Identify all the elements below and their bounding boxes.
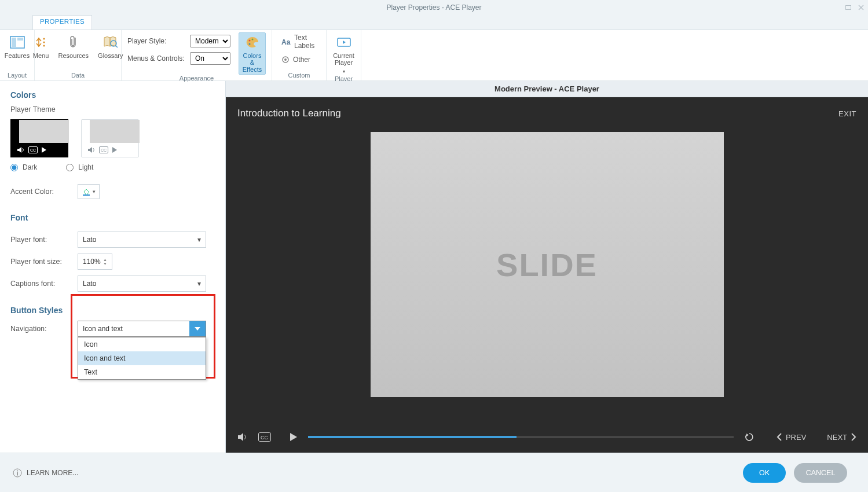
info-icon	[13, 468, 22, 478]
seekbar[interactable]	[308, 436, 734, 438]
cc-icon: CC	[99, 146, 108, 153]
font-heading: Font	[10, 213, 215, 222]
learn-more-link[interactable]: LEARN MORE...	[13, 468, 78, 478]
cc-icon: CC	[28, 146, 38, 153]
preview-title: Introduction to Learning	[237, 108, 341, 119]
cancel-button[interactable]: CANCEL	[794, 463, 847, 483]
glossary-button[interactable]: Glossary	[96, 32, 125, 59]
svg-text:CC: CC	[30, 148, 36, 152]
svg-point-33	[17, 470, 18, 471]
window-title: Player Properties - ACE Player	[386, 3, 481, 12]
cc-icon[interactable]: CC	[258, 432, 271, 442]
navigation-select[interactable]: Icon and text	[78, 321, 206, 337]
text-labels-button[interactable]: Aa Text Labels	[278, 32, 320, 51]
player-font-size-label: Player font size:	[10, 258, 78, 266]
svg-rect-3	[17, 38, 23, 41]
player-theme-label: Player Theme	[10, 105, 215, 113]
tab-row: PROPERTIES	[0, 15, 868, 30]
close-icon[interactable]	[858, 4, 865, 11]
chevron-down-icon: ▾	[93, 189, 96, 194]
prev-button[interactable]: PREV	[777, 433, 806, 442]
svg-marker-24	[112, 147, 117, 153]
maximize-icon[interactable]	[845, 4, 852, 11]
slide-placeholder: SLIDE	[371, 132, 724, 397]
nav-option-icon-text[interactable]: Icon and text	[78, 351, 206, 365]
replay-icon[interactable]	[744, 432, 755, 442]
volume-icon	[17, 146, 25, 153]
accent-color-button[interactable]: ▾	[78, 184, 100, 199]
svg-marker-26	[195, 327, 200, 331]
current-player-button[interactable]: Current Player ▾	[331, 32, 357, 75]
player-style-select[interactable]: Modern	[190, 35, 230, 47]
svg-point-11	[251, 39, 253, 41]
theme-dark-thumbnail[interactable]: CC	[10, 119, 68, 157]
resources-button[interactable]: Resources	[56, 32, 91, 59]
book-magnify-icon	[102, 34, 119, 50]
svg-point-10	[248, 43, 250, 45]
text-labels-icon: Aa	[281, 38, 291, 46]
spinner-icon: ▲▼	[103, 258, 107, 266]
svg-marker-17	[17, 147, 21, 153]
player-icon	[336, 34, 352, 50]
menu-icon	[33, 34, 49, 50]
svg-point-6	[43, 45, 45, 47]
settings-panel: Colors Player Theme CC CC	[0, 81, 226, 453]
menus-controls-select[interactable]: On	[190, 52, 230, 65]
exit-button[interactable]: EXIT	[838, 109, 856, 118]
palette-icon	[244, 34, 261, 50]
svg-rect-34	[17, 472, 18, 475]
theme-light-radio[interactable]: Light	[66, 163, 93, 171]
theme-light-thumbnail[interactable]: CC	[81, 119, 139, 157]
navigation-label: Navigation:	[10, 325, 78, 333]
preview-header: Modern Preview - ACE Player	[226, 81, 868, 97]
svg-point-4	[43, 38, 45, 40]
svg-rect-0	[846, 6, 851, 10]
play-icon[interactable]	[290, 432, 298, 442]
svg-marker-31	[746, 434, 749, 436]
chevron-left-icon	[777, 433, 782, 441]
ok-button[interactable]: OK	[743, 463, 786, 483]
paperclip-icon	[65, 34, 82, 50]
titlebar: Player Properties - ACE Player	[0, 0, 868, 15]
volume-icon	[87, 146, 96, 153]
other-button[interactable]: Other	[278, 54, 314, 65]
svg-rect-2	[12, 38, 16, 47]
bucket-icon	[82, 187, 91, 196]
next-button[interactable]: NEXT	[827, 433, 856, 442]
colors-effects-button[interactable]: Colors & Effects	[239, 32, 266, 75]
nav-option-text[interactable]: Text	[78, 365, 206, 379]
preview-pane: Modern Preview - ACE Player Introduction…	[226, 81, 868, 453]
captions-font-label: Captions font:	[10, 280, 78, 288]
svg-line-8	[116, 46, 118, 47]
chevron-down-icon: ▾	[197, 280, 201, 288]
tab-properties[interactable]: PROPERTIES	[32, 15, 92, 30]
accent-color-label: Accent Color:	[10, 188, 78, 196]
captions-font-select[interactable]: Lato▾	[78, 276, 206, 292]
player-style-label: Player Style:	[127, 37, 185, 45]
volume-icon[interactable]	[237, 432, 248, 442]
svg-text:Aa: Aa	[281, 38, 291, 46]
svg-point-14	[284, 58, 287, 61]
player-font-select[interactable]: Lato▾	[78, 232, 206, 248]
menu-button[interactable]: Menu	[31, 32, 52, 59]
svg-marker-20	[42, 147, 46, 153]
navigation-dropdown-list: Icon Icon and text Text	[78, 337, 206, 380]
svg-point-9	[248, 40, 250, 42]
player-preview: Introduction to Learning EXIT SLIDE CC P…	[226, 97, 868, 453]
player-font-label: Player font:	[10, 236, 78, 244]
chevron-down-icon: ▾	[197, 236, 201, 244]
ribbon: Features Layout Menu Resources Glossary …	[0, 30, 868, 81]
theme-dark-radio[interactable]: Dark	[10, 163, 37, 171]
button-styles-heading: Button Styles	[10, 306, 215, 315]
gear-icon	[281, 56, 290, 64]
menus-controls-label: Menus & Controls:	[127, 54, 185, 63]
features-icon	[9, 34, 25, 50]
footer: LEARN MORE... OK CANCEL	[0, 453, 868, 492]
svg-point-5	[43, 42, 45, 43]
svg-rect-25	[83, 194, 90, 196]
svg-marker-27	[238, 433, 243, 441]
features-button[interactable]: Features	[2, 32, 32, 59]
player-font-size-input[interactable]: 110%▲▼	[78, 254, 112, 270]
nav-option-icon[interactable]: Icon	[78, 337, 206, 351]
svg-text:CC: CC	[101, 148, 107, 152]
